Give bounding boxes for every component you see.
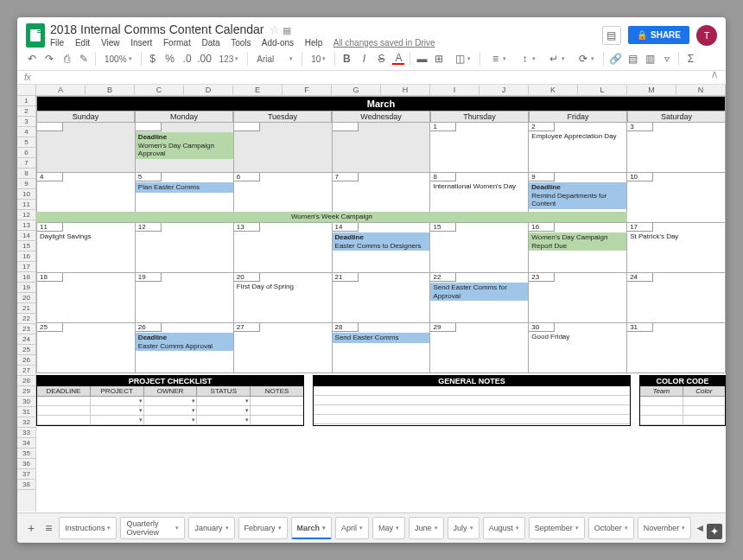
collapse-toolbar-icon[interactable]: ᐱ <box>712 71 717 80</box>
day-cell[interactable]: 26DeadlineEaster Comms Approval <box>136 323 234 373</box>
menu-file[interactable]: File <box>50 38 64 48</box>
redo-icon[interactable]: ↷ <box>43 53 55 65</box>
percent-icon[interactable]: % <box>164 53 176 65</box>
table-row[interactable] <box>314 386 630 396</box>
table-row[interactable] <box>640 416 725 425</box>
row-5[interactable]: 5 <box>17 137 35 148</box>
share-button[interactable]: 🔒 SHARE <box>628 26 689 44</box>
day-cell[interactable]: 17St Patrick's Day <box>627 223 726 273</box>
chevron-down-icon[interactable]: ▾ <box>682 525 685 531</box>
all-sheets-button[interactable]: ≡ <box>41 521 55 535</box>
event[interactable]: Send Easter Comms for Approval <box>430 283 528 301</box>
tab-november[interactable]: November▾ <box>638 517 692 539</box>
day-cell[interactable]: 18 <box>36 273 136 323</box>
borders-icon[interactable]: ⊞ <box>433 53 445 65</box>
day-cell[interactable] <box>36 123 136 173</box>
day-cell[interactable]: 25 <box>36 323 136 373</box>
rotate-dropdown[interactable]: ⟳▾ <box>574 51 598 67</box>
text-color-icon[interactable]: A <box>392 53 404 65</box>
save-status[interactable]: All changes saved in Drive <box>333 38 435 48</box>
day-cell[interactable]: DeadlineWomen's Day Campaign Approval <box>136 123 234 173</box>
col-E[interactable]: E <box>233 85 283 95</box>
row-20[interactable]: 20 <box>17 293 35 303</box>
row-3[interactable]: 3 <box>17 117 35 127</box>
star-icon[interactable]: ☆ <box>270 23 280 36</box>
tab-june[interactable]: June▾ <box>409 517 444 539</box>
row-2[interactable]: 2 <box>17 106 35 117</box>
add-sheet-button[interactable]: + <box>24 521 38 535</box>
dec-dec-icon[interactable]: .0 <box>181 53 194 65</box>
folder-icon[interactable]: ▦ <box>283 25 291 35</box>
col-D[interactable]: D <box>184 85 233 95</box>
menu-data[interactable]: Data <box>201 38 219 48</box>
tab-august[interactable]: August▾ <box>483 517 525 539</box>
menu-edit[interactable]: Edit <box>75 38 90 48</box>
chevron-down-icon[interactable]: ▾ <box>575 525 579 531</box>
tab-october[interactable]: October▾ <box>588 517 634 539</box>
select-all-corner[interactable] <box>17 85 36 95</box>
tab-february[interactable]: February▾ <box>238 517 288 539</box>
wrap-dropdown[interactable]: ↵▾ <box>544 51 568 67</box>
paint-format-icon[interactable]: ✎ <box>78 53 90 65</box>
row-13[interactable]: 13 <box>17 220 35 231</box>
chevron-down-icon[interactable]: ▾ <box>625 525 628 531</box>
row-18[interactable]: 18 <box>17 272 35 283</box>
col-F[interactable]: F <box>283 85 332 95</box>
col-A[interactable]: A <box>36 85 86 95</box>
table-row[interactable] <box>314 396 630 405</box>
day-cell[interactable]: 16Women's Day Campaign Report Due <box>529 223 627 273</box>
row-16[interactable]: 16 <box>17 251 35 262</box>
day-cell[interactable]: 30Good Friday <box>529 323 627 373</box>
day-cell[interactable]: 15 <box>430 223 529 273</box>
event[interactable]: DeadlineRemind Departments for Content <box>529 182 626 209</box>
menu-tools[interactable]: Tools <box>231 38 251 48</box>
tab-july[interactable]: July▾ <box>448 517 479 539</box>
event[interactable]: DeadlineEaster Comms to Designers <box>333 232 430 251</box>
row-7[interactable]: 7 <box>17 158 35 169</box>
col-K[interactable]: K <box>529 85 578 95</box>
table-row[interactable] <box>640 397 725 406</box>
row-11[interactable]: 11 <box>17 200 35 210</box>
tab-september[interactable]: September▾ <box>529 517 585 539</box>
tab-instructions[interactable]: Instructions▾ <box>59 517 117 539</box>
row-28[interactable]: 28 <box>17 376 35 386</box>
day-cell[interactable]: 20First Day of Spring <box>234 273 333 323</box>
day-cell[interactable]: 29 <box>430 323 529 373</box>
chevron-down-icon[interactable]: ▾ <box>435 525 438 531</box>
day-cell[interactable] <box>234 123 333 173</box>
font-size-dropdown[interactable]: 10▾ <box>308 53 329 66</box>
row-36[interactable]: 36 <box>17 459 35 469</box>
row-29[interactable]: 29 <box>17 386 35 397</box>
event[interactable]: DeadlineWomen's Day Campaign Approval <box>136 132 233 159</box>
col-G[interactable]: G <box>332 85 381 95</box>
col-I[interactable]: I <box>430 85 479 95</box>
col-J[interactable]: J <box>479 85 529 95</box>
row-33[interactable]: 33 <box>17 428 35 438</box>
fill-color-icon[interactable]: ▬ <box>416 53 428 65</box>
comments-button[interactable]: ▤ <box>602 26 621 45</box>
halign-dropdown[interactable]: ≡▾ <box>486 51 510 67</box>
row-30[interactable]: 30 <box>17 397 35 407</box>
day-cell[interactable]: 14DeadlineEaster Comms to Designers <box>333 223 431 273</box>
explore-button[interactable]: ✦ <box>707 524 722 539</box>
table-row[interactable] <box>314 415 630 424</box>
chevron-down-icon[interactable]: ▾ <box>516 525 519 531</box>
currency-icon[interactable]: $ <box>147 53 159 65</box>
chevron-down-icon[interactable]: ▾ <box>107 525 111 531</box>
strike-icon[interactable]: S <box>375 53 387 65</box>
row-34[interactable]: 34 <box>17 438 35 449</box>
table-row[interactable]: ▾▾▾ <box>37 416 303 425</box>
span-event[interactable]: Women's Week Campaign <box>36 212 627 222</box>
number-format-dropdown[interactable]: 123▾ <box>216 53 243 66</box>
table-row[interactable] <box>640 406 725 416</box>
day-cell[interactable]: 13 <box>234 223 333 273</box>
chevron-down-icon[interactable]: ▾ <box>359 525 363 531</box>
tab-january[interactable]: January▾ <box>188 517 234 539</box>
row-35[interactable]: 35 <box>17 449 35 459</box>
menu-view[interactable]: View <box>101 38 120 48</box>
italic-icon[interactable]: I <box>358 53 370 65</box>
row-17[interactable]: 17 <box>17 262 35 272</box>
font-dropdown[interactable]: Arial▾ <box>253 53 296 66</box>
event[interactable]: Women's Day Campaign Report Due <box>529 232 626 251</box>
day-cell[interactable]: 27 <box>234 323 333 373</box>
